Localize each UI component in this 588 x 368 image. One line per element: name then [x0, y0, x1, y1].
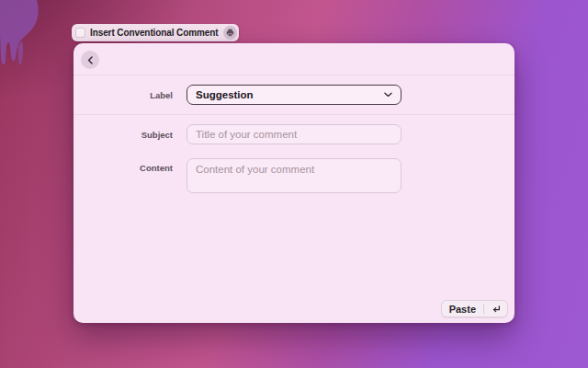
desktop: Insert Conventional Comment Label Sugges…: [0, 0, 588, 368]
wallpaper-blob: [0, 0, 59, 92]
subject-field-label: Subject: [74, 130, 173, 140]
chevron-left-icon: [87, 56, 94, 64]
insert-comment-dialog: Label Suggestion Subject Content Paste: [74, 43, 514, 323]
label-select[interactable]: Suggestion: [187, 85, 401, 105]
content-field-label: Content: [74, 163, 173, 173]
label-select-value: Suggestion: [196, 89, 254, 100]
paste-button[interactable]: Paste: [441, 300, 508, 317]
hud-title: Insert Conventional Comment: [90, 28, 219, 38]
app-icon-ghost: [75, 28, 85, 38]
return-icon: [484, 305, 507, 314]
back-button[interactable]: [81, 51, 99, 69]
hud-title-pill[interactable]: Insert Conventional Comment: [72, 24, 239, 41]
subject-input[interactable]: [187, 124, 401, 144]
paste-button-label: Paste: [442, 304, 483, 315]
form-section-divider: [74, 114, 514, 115]
printer-icon: [223, 26, 237, 40]
content-textarea[interactable]: [187, 158, 401, 193]
chevron-down-icon: [384, 92, 392, 98]
label-field-label: Label: [74, 90, 173, 100]
dialog-header: [74, 43, 514, 75]
